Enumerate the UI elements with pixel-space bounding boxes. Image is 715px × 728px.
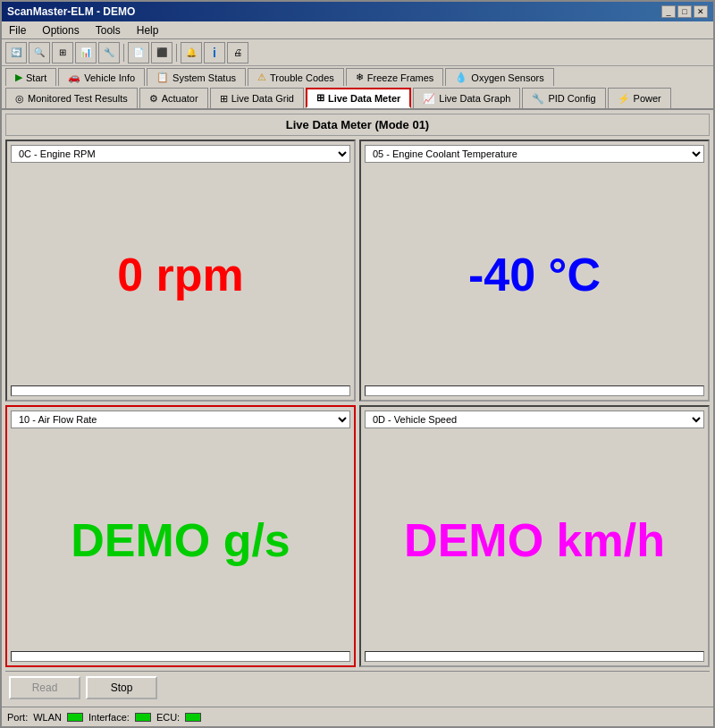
freeze-icon: ❄ bbox=[356, 72, 364, 83]
meter3-value: DEMO g/s bbox=[71, 513, 290, 567]
ecu-label: ECU: bbox=[156, 712, 180, 723]
close-button[interactable]: ✕ bbox=[694, 5, 708, 18]
tab-power[interactable]: ⚡ Power bbox=[608, 88, 671, 108]
toolbar-btn-5[interactable]: 🔧 bbox=[98, 42, 120, 63]
tab-start[interactable]: ▶ Start bbox=[5, 68, 56, 86]
menu-help[interactable]: Help bbox=[133, 24, 163, 37]
tab-monitored-test-results[interactable]: ◎ Monitored Test Results bbox=[5, 88, 138, 108]
tab-system-status-label: System Status bbox=[172, 72, 236, 83]
tab-live-data-meter[interactable]: ⊞ Live Data Meter bbox=[306, 88, 411, 108]
meter4-dropdown[interactable]: 0D - Vehicle Speed bbox=[365, 411, 704, 428]
meter1-dropdown[interactable]: 0C - Engine RPM bbox=[11, 145, 350, 163]
meter3-dropdown[interactable]: 10 - Air Flow Rate bbox=[11, 411, 350, 428]
power-icon: ⚡ bbox=[618, 93, 630, 105]
menu-bar: File Options Tools Help bbox=[2, 21, 713, 39]
menu-options[interactable]: Options bbox=[38, 24, 82, 37]
meter3-value-area: DEMO g/s bbox=[7, 432, 354, 648]
toolbar-btn-8[interactable]: 🔔 bbox=[181, 42, 202, 63]
read-button[interactable]: Read bbox=[9, 676, 80, 699]
meter4-progress-row bbox=[361, 648, 708, 665]
status-bar: Port: WLAN Interface: ECU: bbox=[2, 707, 713, 726]
toolbar-btn-7[interactable]: ⬛ bbox=[151, 42, 172, 63]
toolbar-btn-2[interactable]: 🔍 bbox=[29, 42, 50, 63]
maximize-button[interactable]: □ bbox=[677, 5, 692, 18]
port-value: WLAN bbox=[33, 712, 62, 723]
tab-vehicle-info[interactable]: 🚗 Vehicle Info bbox=[58, 68, 145, 86]
meter3-progress-row bbox=[7, 648, 354, 665]
meter2-dropdown-row: 05 - Engine Coolant Temperature bbox=[361, 141, 708, 166]
tab-live-data-grid-label: Live Data Grid bbox=[231, 93, 294, 104]
stop-button[interactable]: Stop bbox=[86, 676, 157, 699]
graph-icon: 📈 bbox=[423, 93, 435, 105]
meter1-value-area: 0 rpm bbox=[7, 166, 354, 382]
tab-oxygen-sensors-label: Oxygen Sensors bbox=[471, 72, 543, 83]
tab-actuator[interactable]: ⚙ Actuator bbox=[139, 88, 208, 108]
content-area: Live Data Meter (Mode 01) 0C - Engine RP… bbox=[2, 110, 713, 707]
meter4-dropdown-row: 0D - Vehicle Speed bbox=[361, 407, 708, 432]
tab-live-data-grid[interactable]: ⊞ Live Data Grid bbox=[210, 88, 304, 108]
port-led bbox=[67, 713, 83, 722]
interface-led bbox=[135, 713, 151, 722]
section-title: Live Data Meter (Mode 01) bbox=[5, 114, 710, 136]
port-label: Port: bbox=[7, 712, 28, 723]
tab-actuator-label: Actuator bbox=[162, 93, 198, 104]
tab-oxygen-sensors[interactable]: 💧 Oxygen Sensors bbox=[445, 68, 553, 86]
toolbar-btn-3[interactable]: ⊞ bbox=[52, 42, 73, 63]
system-icon: 📋 bbox=[156, 72, 169, 83]
meter2-progress-row bbox=[361, 382, 708, 400]
tab-pid-config-label: PID Config bbox=[548, 93, 595, 104]
meter-grid: 0C - Engine RPM 0 rpm 05 - Engine Coolan… bbox=[5, 140, 710, 667]
meter3-progress bbox=[11, 651, 350, 662]
meter2-value: -40 °C bbox=[468, 248, 601, 301]
tab-live-data-meter-label: Live Data Meter bbox=[328, 93, 400, 104]
window-controls: _ □ ✕ bbox=[661, 5, 708, 18]
meter-icon: ⊞ bbox=[316, 92, 324, 104]
meter1-value: 0 rpm bbox=[117, 248, 244, 301]
menu-tools[interactable]: Tools bbox=[92, 24, 124, 37]
toolbar-btn-1[interactable]: 🔄 bbox=[5, 42, 27, 63]
meter-cell-airflow: 10 - Air Flow Rate DEMO g/s bbox=[5, 405, 356, 667]
meter1-progress-row bbox=[7, 382, 354, 400]
tab-pid-config[interactable]: 🔧 PID Config bbox=[522, 88, 605, 108]
toolbar-btn-9[interactable]: i bbox=[204, 42, 225, 63]
pid-icon: 🔧 bbox=[532, 93, 544, 105]
minimize-button[interactable]: _ bbox=[661, 5, 676, 18]
tab-system-status[interactable]: 📋 System Status bbox=[147, 68, 246, 86]
tab-trouble-codes[interactable]: ⚠ Trouble Codes bbox=[248, 68, 344, 86]
toolbar-btn-4[interactable]: 📊 bbox=[75, 42, 97, 63]
vehicle-icon: 🚗 bbox=[68, 72, 80, 83]
monitored-icon: ◎ bbox=[15, 93, 24, 105]
meter2-value-area: -40 °C bbox=[361, 166, 708, 382]
tab-live-data-graph-label: Live Data Graph bbox=[439, 93, 510, 104]
tab-freeze-frames[interactable]: ❄ Freeze Frames bbox=[346, 68, 444, 86]
toolbar: 🔄 🔍 ⊞ 📊 🔧 📄 ⬛ 🔔 i 🖨 bbox=[2, 39, 713, 66]
meter-cell-speed: 0D - Vehicle Speed DEMO km/h bbox=[359, 405, 710, 667]
actuator-icon: ⚙ bbox=[149, 93, 158, 105]
tab-freeze-frames-label: Freeze Frames bbox=[367, 72, 434, 83]
meter4-value: DEMO km/h bbox=[404, 513, 665, 567]
toolbar-sep-2 bbox=[176, 44, 177, 62]
meter-cell-coolant: 05 - Engine Coolant Temperature -40 °C bbox=[359, 140, 710, 402]
meter2-dropdown[interactable]: 05 - Engine Coolant Temperature bbox=[365, 145, 704, 163]
tabs-row2: ◎ Monitored Test Results ⚙ Actuator ⊞ Li… bbox=[2, 86, 713, 110]
meter4-progress bbox=[365, 651, 704, 662]
tab-monitored-label: Monitored Test Results bbox=[28, 93, 128, 104]
meter1-progress bbox=[11, 385, 350, 396]
toolbar-btn-10[interactable]: 🖨 bbox=[227, 42, 248, 63]
start-icon: ▶ bbox=[15, 72, 22, 83]
meter-cell-rpm: 0C - Engine RPM 0 rpm bbox=[5, 140, 356, 402]
tab-trouble-codes-label: Trouble Codes bbox=[270, 72, 334, 83]
trouble-icon: ⚠ bbox=[257, 72, 266, 83]
meter3-dropdown-row: 10 - Air Flow Rate bbox=[7, 407, 354, 432]
meter2-progress bbox=[365, 385, 704, 396]
title-bar: ScanMaster-ELM - DEMO _ □ ✕ bbox=[2, 2, 713, 21]
tab-live-data-graph[interactable]: 📈 Live Data Graph bbox=[413, 88, 520, 108]
tab-vehicle-info-label: Vehicle Info bbox=[84, 72, 135, 83]
tabs-row1: ▶ Start 🚗 Vehicle Info 📋 System Status ⚠… bbox=[2, 66, 713, 86]
menu-file[interactable]: File bbox=[5, 24, 29, 37]
window-title: ScanMaster-ELM - DEMO bbox=[7, 5, 135, 18]
toolbar-btn-6[interactable]: 📄 bbox=[128, 42, 149, 63]
main-window: ScanMaster-ELM - DEMO _ □ ✕ File Options… bbox=[0, 0, 715, 728]
tab-start-label: Start bbox=[26, 72, 46, 83]
interface-label: Interface: bbox=[88, 712, 130, 723]
